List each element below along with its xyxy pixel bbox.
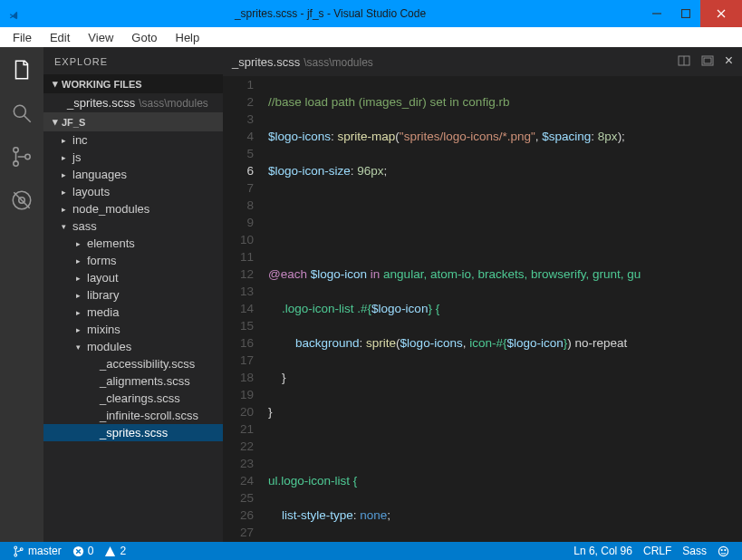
activity-bar xyxy=(0,47,43,542)
code-editor[interactable]: 1234567891011121314151617181920212223242… xyxy=(223,76,742,542)
folder-item[interactable]: ▸library xyxy=(43,286,223,304)
title-bar: _sprites.scss - jf_s - Visual Studio Cod… xyxy=(0,0,742,27)
error-count[interactable]: 0 xyxy=(67,545,100,557)
svg-rect-15 xyxy=(704,58,711,63)
vscode-logo-icon xyxy=(9,9,18,18)
file-item[interactable]: _infinite-scroll.scss xyxy=(43,407,223,424)
folder-item[interactable]: ▸media xyxy=(43,304,223,321)
menu-view[interactable]: View xyxy=(79,29,122,46)
editor-area: _sprites.scss\sass\modules × 12345678910… xyxy=(223,47,742,542)
svg-point-22 xyxy=(718,546,728,555)
editor-tab-bar: _sprites.scss\sass\modules × xyxy=(223,47,742,76)
debug-icon[interactable] xyxy=(10,188,34,212)
window-title: _sprites.scss - jf_s - Visual Studio Cod… xyxy=(18,7,642,20)
file-item[interactable]: _clearings.scss xyxy=(43,390,223,407)
language-mode[interactable]: Sass xyxy=(677,545,712,557)
close-button[interactable] xyxy=(700,0,742,27)
svg-point-17 xyxy=(14,554,17,556)
folder-item[interactable]: ▸languages xyxy=(43,166,223,183)
svg-point-23 xyxy=(721,549,722,550)
code-content[interactable]: //base load path (images_dir) set in con… xyxy=(268,76,742,542)
explorer-sidebar: EXPLORE ▾WORKING FILES _sprites.scss\sas… xyxy=(43,47,223,542)
menu-goto[interactable]: Goto xyxy=(122,29,166,46)
project-header[interactable]: ▾JF_S xyxy=(43,112,223,131)
file-item[interactable]: _alignments.scss xyxy=(43,372,223,390)
minimize-button[interactable] xyxy=(642,0,671,27)
svg-point-7 xyxy=(14,161,18,166)
svg-line-5 xyxy=(24,116,31,122)
folder-item[interactable]: ▸js xyxy=(43,149,223,166)
folder-item[interactable]: ▸elements xyxy=(43,235,223,252)
git-branch[interactable]: master xyxy=(7,545,67,557)
explorer-icon[interactable] xyxy=(10,58,34,82)
menu-help[interactable]: Help xyxy=(167,29,209,46)
svg-point-4 xyxy=(14,105,25,117)
svg-point-24 xyxy=(725,549,726,550)
working-file-item[interactable]: _sprites.scss\sass\modules xyxy=(43,93,223,112)
file-tree: ▸inc▸js▸languages▸layouts▸node_modules▾s… xyxy=(43,131,223,542)
svg-point-16 xyxy=(14,546,17,549)
search-icon[interactable] xyxy=(10,101,34,125)
split-editor-icon[interactable] xyxy=(678,54,690,70)
close-tab-icon[interactable]: × xyxy=(725,54,733,70)
maximize-button[interactable] xyxy=(671,0,700,27)
folder-item[interactable]: ▸mixins xyxy=(43,321,223,338)
feedback-icon[interactable] xyxy=(712,546,735,557)
source-control-icon[interactable] xyxy=(10,145,34,169)
file-item[interactable]: _accessibility.scss xyxy=(43,355,223,372)
working-files-header[interactable]: ▾WORKING FILES xyxy=(43,74,223,93)
menu-file[interactable]: File xyxy=(4,29,41,46)
more-icon[interactable] xyxy=(701,54,714,70)
folder-item[interactable]: ▸inc xyxy=(43,131,223,149)
menu-edit[interactable]: Edit xyxy=(41,29,79,46)
svg-point-6 xyxy=(14,148,18,152)
folder-item[interactable]: ▸layouts xyxy=(43,183,223,200)
folder-item[interactable]: ▸node_modules xyxy=(43,200,223,217)
warning-count[interactable]: 2 xyxy=(99,545,131,557)
folder-item[interactable]: ▸forms xyxy=(43,252,223,269)
eol-indicator[interactable]: CRLF xyxy=(638,545,677,557)
folder-item[interactable]: ▸layout xyxy=(43,269,223,286)
editor-tab[interactable]: _sprites.scss\sass\modules xyxy=(232,55,373,69)
cursor-position[interactable]: Ln 6, Col 96 xyxy=(568,545,638,557)
file-item[interactable]: _sprites.scss xyxy=(43,424,223,441)
sidebar-title: EXPLORE xyxy=(43,47,223,74)
svg-point-8 xyxy=(25,154,30,159)
status-bar: master 0 2 Ln 6, Col 96 CRLF Sass xyxy=(0,542,742,560)
menu-bar: File Edit View Goto Help xyxy=(0,27,742,47)
folder-item[interactable]: ▾modules xyxy=(43,338,223,355)
line-gutter: 1234567891011121314151617181920212223242… xyxy=(223,76,268,542)
folder-item[interactable]: ▾sass xyxy=(43,217,223,235)
svg-rect-1 xyxy=(682,10,690,18)
svg-line-11 xyxy=(14,192,29,208)
